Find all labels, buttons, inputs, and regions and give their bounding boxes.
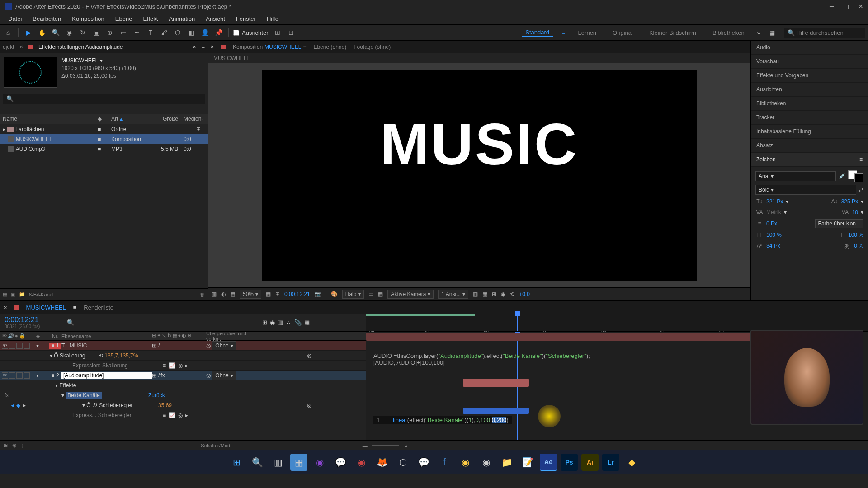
tl-footer-icon3[interactable]: {} (21, 443, 24, 448)
workspace-original[interactable]: Original (609, 29, 637, 36)
prop-skalierung[interactable]: ▾ Ŏ Skalierung ⟲ 135,7,135,7% ◎ (0, 351, 366, 361)
minimize-button[interactable]: ─ (830, 3, 834, 10)
footer-timecode[interactable]: 0:00:12:21 (284, 291, 310, 297)
col-label-icon[interactable]: ◆ (95, 114, 108, 124)
menu-bearbeiten[interactable]: Bearbeiten (28, 14, 66, 24)
playhead[interactable] (517, 314, 518, 331)
tl-tab-close-icon[interactable]: × (4, 304, 7, 311)
lr-icon[interactable]: Lr (602, 454, 619, 471)
workspace-standard[interactable]: Standard (522, 29, 553, 37)
workspace-grid-icon[interactable]: ▦ (769, 29, 775, 36)
text-tool-icon[interactable]: T (145, 27, 156, 38)
hscale-value[interactable]: 100 % (848, 232, 863, 238)
zoom-tool-icon[interactable]: 🔍 (50, 27, 61, 38)
menu-datei[interactable]: Datei (4, 14, 26, 24)
font-size-value[interactable]: 221 Px (766, 198, 783, 205)
app2-icon[interactable]: ⬡ (394, 454, 411, 471)
transparency-icon[interactable]: ▦ (378, 291, 383, 297)
project-row-folder[interactable]: ▸ Farbflächen ■ Ordner ⊞ (0, 124, 208, 134)
tl-tool5-icon[interactable]: 📎 (294, 319, 302, 326)
tl-search-icon[interactable]: 🔍 (67, 319, 74, 326)
camera-tool-icon[interactable]: ▣ (91, 27, 102, 38)
switches-modes-label[interactable]: Schalter/Modi (201, 443, 231, 448)
expr-pickwhip-icon[interactable]: ◎ (307, 352, 311, 359)
work-area-bar[interactable] (366, 314, 475, 316)
bpc-toggle[interactable]: 8-Bit-Kanal (29, 292, 53, 297)
baseline-value[interactable]: 34 Px (766, 243, 780, 249)
layer-tab[interactable]: Ebene (ohne) (313, 44, 346, 50)
exposure-value[interactable]: +0,0 (519, 291, 530, 297)
panel-bibliotheken[interactable]: Bibliotheken (751, 97, 868, 111)
beide-kanaele-row[interactable]: ▾ Beide Kanäle Zurück (0, 390, 366, 400)
menu-fenster[interactable]: Fenster (231, 14, 260, 24)
lock-col-icon[interactable]: 🔒 (19, 333, 25, 339)
stroke-mode-dropdown[interactable]: Farbe über Kon... (815, 219, 863, 228)
menu-ebene[interactable]: Ebene (111, 14, 137, 24)
maximize-button[interactable]: ▢ (843, 3, 849, 10)
alpha-icon[interactable]: ◐ (221, 291, 226, 297)
menu-hilfe[interactable]: Hilfe (262, 14, 283, 24)
swap-colors-icon[interactable]: ⇄ (859, 187, 863, 193)
workspace-overflow-icon[interactable]: » (757, 29, 760, 36)
hand-tool-icon[interactable]: ✋ (37, 27, 47, 38)
render-tab[interactable]: Renderliste (84, 304, 113, 311)
col-size[interactable]: Größe (154, 114, 181, 124)
link-icon[interactable]: ⟲ (99, 352, 103, 359)
zurueck-link[interactable]: Zurück (148, 392, 165, 399)
app-icon[interactable]: ◉ (353, 454, 370, 471)
stroke-value[interactable]: 0 Px (766, 221, 777, 227)
pickwhip-icon[interactable]: ◎ (206, 343, 211, 349)
next-key-icon[interactable]: ▸ (23, 402, 26, 408)
brush-tool-icon[interactable]: 🖌 (159, 27, 170, 38)
new-folder-icon[interactable]: 📁 (19, 291, 25, 297)
stamp-tool-icon[interactable]: ⬡ (172, 27, 183, 38)
resolution-dropdown[interactable]: Halb ▾ (342, 290, 364, 299)
panel-menu-icon[interactable]: ≡ (859, 156, 863, 163)
comp-thumbnail[interactable] (4, 57, 57, 88)
snap-icon[interactable]: ⊞ (272, 27, 283, 38)
schieberegler-row[interactable]: ◂ ◆ ▸ ▾ Ŏ ⏱ Schieberegler 35,69 ◎ (0, 400, 366, 410)
project-search-input[interactable] (3, 94, 205, 104)
region-icon[interactable]: ▭ (368, 291, 373, 297)
app3-icon[interactable]: ◉ (457, 454, 474, 471)
tl-footer-icon1[interactable]: ⊞ (4, 442, 8, 448)
zoom-in-icon[interactable]: ▲ (404, 443, 409, 448)
puppet-tool-icon[interactable]: 📌 (213, 27, 224, 38)
eraser-tool-icon[interactable]: ◧ (186, 27, 197, 38)
messenger-icon[interactable]: 💬 (415, 454, 432, 471)
panel-absatz[interactable]: Absatz (751, 139, 868, 153)
leading-value[interactable]: 325 Px (841, 198, 858, 205)
eyedropper-icon[interactable]: 💉 (839, 173, 845, 179)
color-mgmt-icon[interactable]: 🎨 (331, 291, 338, 297)
files-icon[interactable]: 📁 (498, 454, 515, 471)
expr-enable-icon[interactable]: ≡ (163, 412, 166, 418)
obs-icon[interactable]: ◉ (477, 454, 495, 471)
orbit-tool-icon[interactable]: ◉ (64, 27, 75, 38)
solo-col-icon[interactable]: ● (15, 333, 18, 339)
tracking-value[interactable]: 10 (852, 209, 858, 216)
workspace-bibliotheken[interactable]: Bibliotheken (709, 29, 748, 36)
expr-graph-icon[interactable]: 📈 (169, 362, 175, 369)
tab-project[interactable]: ojekt (3, 44, 14, 50)
interpret-icon[interactable]: ▦ (3, 291, 7, 297)
pickwhip-col-icon[interactable]: ◈ (36, 333, 49, 339)
view-icon2[interactable]: ▦ (482, 291, 487, 297)
teams-icon[interactable]: ◉ (311, 454, 328, 471)
footage-tab[interactable]: Footage (ohne) (354, 44, 391, 50)
stopwatch-icon[interactable]: ⏱ (92, 402, 98, 408)
expression-1[interactable]: AUDIO =thisComp.layer("Audioamplitude").… (373, 352, 590, 366)
expr-pickwhip-icon[interactable]: ◎ (307, 402, 311, 408)
tl-tool2-icon[interactable]: ◉ (270, 319, 275, 326)
project-row-audio[interactable]: AUDIO.mp3 ■ MP3 5,5 MB 0:0 (0, 144, 208, 154)
col-name[interactable]: Name (0, 114, 95, 124)
slider-value[interactable]: 35,69 (158, 402, 172, 408)
comp-tab-close-icon[interactable]: × (211, 44, 214, 50)
expr-lang-icon[interactable]: ▸ (185, 412, 188, 418)
parent-dropdown-2[interactable]: Ohne ▾ (212, 371, 236, 380)
col-media[interactable]: Medien- (181, 114, 203, 124)
zoom-out-icon[interactable]: ▬ (363, 443, 368, 448)
explorer-icon[interactable]: ▦ (290, 454, 307, 471)
workspace-klein[interactable]: Kleiner Bildschirm (646, 29, 700, 36)
expr-pickwhip-icon[interactable]: ◎ (178, 362, 183, 369)
expression-editor[interactable]: 1 linear(effect("Beide Kanäle")(1),0,100… (373, 416, 512, 424)
